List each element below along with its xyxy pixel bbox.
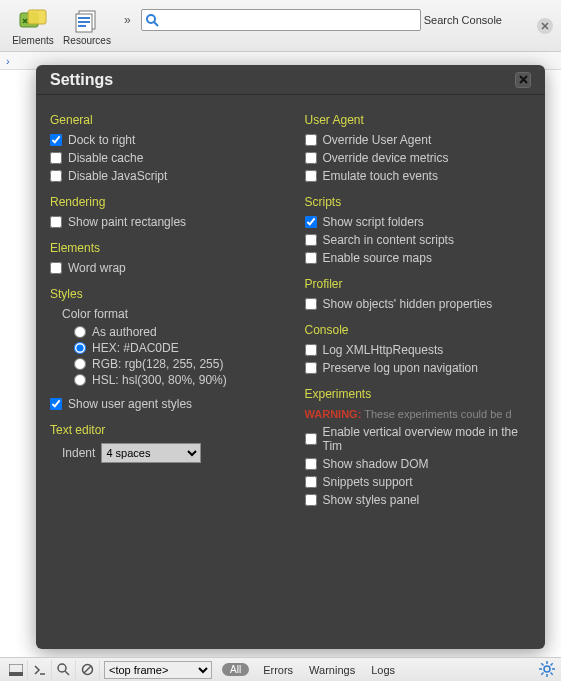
checkbox-snippets[interactable] — [305, 476, 317, 488]
option-styles-panel[interactable]: Show styles panel — [305, 493, 538, 507]
svg-rect-1 — [28, 10, 46, 24]
option-enable-maps[interactable]: Enable source maps — [305, 251, 538, 265]
svg-point-12 — [58, 664, 66, 672]
svg-rect-10 — [9, 672, 23, 676]
option-override-metrics[interactable]: Override device metrics — [305, 151, 538, 165]
experiments-warning: WARNING: These experiments could be d — [305, 407, 538, 421]
toolbar-close-button[interactable] — [537, 18, 553, 34]
option-rgb[interactable]: RGB: rgb(128, 255, 255) — [74, 357, 283, 371]
option-hsl[interactable]: HSL: hsl(300, 80%, 90%) — [74, 373, 283, 387]
checkbox-search-content[interactable] — [305, 234, 317, 246]
breadcrumb-chevron[interactable]: › — [6, 55, 10, 67]
option-snippets[interactable]: Snippets support — [305, 475, 538, 489]
settings-left-column: General Dock to right Disable cache Disa… — [36, 95, 291, 649]
checkbox-show-hidden[interactable] — [305, 298, 317, 310]
svg-point-16 — [544, 666, 550, 672]
frame-select[interactable]: <top frame> — [104, 661, 212, 679]
checkbox-disable-cache[interactable] — [50, 152, 62, 164]
radio-hex[interactable] — [74, 342, 86, 354]
radio-rgb[interactable] — [74, 358, 86, 370]
gear-icon — [539, 661, 555, 677]
checkbox-preserve-log[interactable] — [305, 362, 317, 374]
search-console-input[interactable] — [162, 11, 420, 29]
option-show-folders[interactable]: Show script folders — [305, 215, 538, 229]
section-general: General — [50, 113, 283, 127]
settings-close-button[interactable] — [515, 72, 531, 88]
section-rendering: Rendering — [50, 195, 283, 209]
checkbox-styles-panel[interactable] — [305, 494, 317, 506]
elements-tab[interactable]: Elements — [6, 2, 60, 50]
radio-hsl[interactable] — [74, 374, 86, 386]
svg-line-24 — [551, 663, 553, 665]
checkbox-emulate-touch[interactable] — [305, 170, 317, 182]
indent-row: Indent 4 spaces — [62, 443, 283, 463]
svg-line-13 — [65, 671, 69, 675]
filter-warnings[interactable]: Warnings — [309, 664, 355, 676]
checkbox-vertical-overview[interactable] — [305, 433, 317, 445]
toolbar-chevron[interactable]: » — [124, 13, 131, 27]
filter-errors[interactable]: Errors — [263, 664, 293, 676]
search-console-wrap[interactable] — [141, 9, 421, 31]
option-show-hidden[interactable]: Show objects' hidden properties — [305, 297, 538, 311]
checkbox-show-ua-styles[interactable] — [50, 398, 62, 410]
checkbox-override-ua[interactable] — [305, 134, 317, 146]
console-bottom-bar: <top frame> All Errors Warnings Logs — [0, 657, 561, 681]
search-button[interactable] — [52, 660, 76, 680]
checkbox-shadow-dom[interactable] — [305, 458, 317, 470]
dock-icon — [9, 664, 23, 676]
checkbox-disable-js[interactable] — [50, 170, 62, 182]
svg-line-22 — [551, 673, 553, 675]
checkbox-log-xhr[interactable] — [305, 344, 317, 356]
svg-line-15 — [84, 666, 91, 673]
radio-as-authored[interactable] — [74, 326, 86, 338]
option-as-authored[interactable]: As authored — [74, 325, 283, 339]
option-show-paint[interactable]: Show paint rectangles — [50, 215, 283, 229]
indent-select[interactable]: 4 spaces — [101, 443, 201, 463]
settings-panel: Settings General Dock to right Disable c… — [36, 65, 545, 649]
section-experiments: Experiments — [305, 387, 538, 401]
option-show-ua-styles[interactable]: Show user agent styles — [50, 397, 283, 411]
section-elements: Elements — [50, 241, 283, 255]
section-text-editor: Text editor — [50, 423, 283, 437]
indent-label: Indent — [62, 446, 95, 460]
option-emulate-touch[interactable]: Emulate touch events — [305, 169, 538, 183]
option-dock-to-right[interactable]: Dock to right — [50, 133, 283, 147]
label-color-format: Color format — [62, 307, 283, 321]
checkbox-show-paint[interactable] — [50, 216, 62, 228]
elements-icon — [17, 7, 49, 35]
option-shadow-dom[interactable]: Show shadow DOM — [305, 457, 538, 471]
filter-all[interactable]: All — [222, 663, 249, 676]
prompt-icon — [33, 664, 47, 676]
option-preserve-log[interactable]: Preserve log upon navigation — [305, 361, 538, 375]
clear-button[interactable] — [76, 660, 100, 680]
option-disable-cache[interactable]: Disable cache — [50, 151, 283, 165]
checkbox-override-metrics[interactable] — [305, 152, 317, 164]
settings-gear-button[interactable] — [539, 661, 555, 679]
option-disable-js[interactable]: Disable JavaScript — [50, 169, 283, 183]
checkbox-enable-maps[interactable] — [305, 252, 317, 264]
dock-toggle-button[interactable] — [4, 660, 28, 680]
checkbox-dock-to-right[interactable] — [50, 134, 62, 146]
option-log-xhr[interactable]: Log XMLHttpRequests — [305, 343, 538, 357]
option-hex[interactable]: HEX: #DAC0DE — [74, 341, 283, 355]
svg-rect-4 — [78, 17, 90, 19]
settings-header: Settings — [36, 65, 545, 95]
option-vertical-overview[interactable]: Enable vertical overview mode in the Tim — [305, 425, 538, 453]
settings-right-column: User Agent Override User Agent Override … — [291, 95, 546, 649]
option-word-wrap[interactable]: Word wrap — [50, 261, 283, 275]
console-prompt-button[interactable] — [28, 660, 52, 680]
svg-point-7 — [147, 15, 155, 23]
section-styles: Styles — [50, 287, 283, 301]
resources-tab[interactable]: Resources — [60, 2, 114, 50]
option-search-content[interactable]: Search in content scripts — [305, 233, 538, 247]
settings-title: Settings — [50, 71, 113, 89]
section-console: Console — [305, 323, 538, 337]
checkbox-show-folders[interactable] — [305, 216, 317, 228]
checkbox-word-wrap[interactable] — [50, 262, 62, 274]
option-override-ua[interactable]: Override User Agent — [305, 133, 538, 147]
svg-line-8 — [154, 22, 158, 26]
warning-label: WARNING: — [305, 408, 362, 420]
svg-rect-5 — [78, 21, 90, 23]
filter-logs[interactable]: Logs — [371, 664, 395, 676]
elements-tab-label: Elements — [12, 35, 54, 46]
